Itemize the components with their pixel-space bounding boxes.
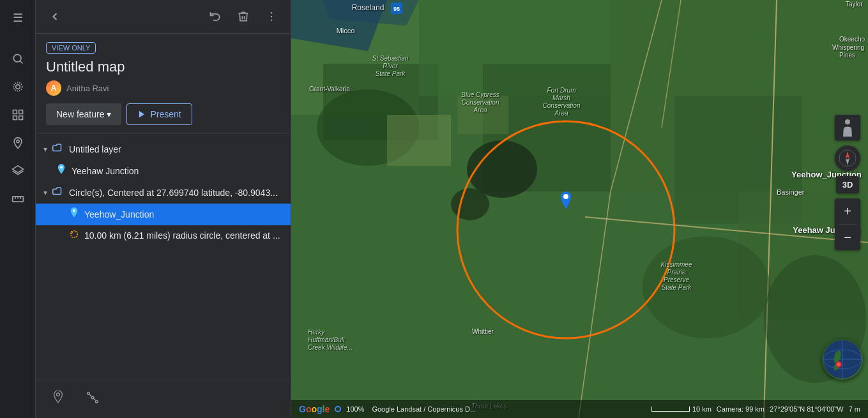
svg-point-33 — [467, 140, 537, 198]
zoom-in-label: + — [844, 204, 851, 219]
chevron-down-icon: ▾ — [43, 145, 47, 154]
svg-text:Kissimmee: Kissimmee — [661, 261, 692, 268]
svg-text:Huffman/Bull: Huffman/Bull — [308, 336, 345, 343]
layer-item-circles[interactable]: ▾ Circle(s), Centered at 27.699740 latit… — [36, 182, 291, 204]
main-panel: VIEW ONLY Untitled map A Anitha Ravi New… — [36, 0, 291, 418]
svg-line-1 — [20, 61, 22, 64]
folder-icon-2 — [52, 186, 64, 200]
menu-icon-btn[interactable]: ☰ — [5, 5, 31, 31]
zoom-out-button[interactable]: − — [835, 225, 860, 250]
layer-item-circle-radius[interactable]: 10.00 km (6.21 miles) radius circle, cen… — [36, 225, 291, 245]
pegman-button[interactable] — [835, 115, 860, 140]
svg-text:Grant-Valkaria: Grant-Valkaria — [309, 86, 350, 93]
svg-text:Basinger: Basinger — [777, 188, 805, 196]
svg-text:State Park: State Park — [662, 284, 692, 291]
svg-text:Roseland: Roseland — [352, 3, 385, 12]
author-avatar: A — [46, 80, 61, 96]
svg-text:Okeecho...: Okeecho... — [839, 36, 868, 43]
scale-line — [651, 407, 690, 412]
svg-point-21 — [57, 393, 60, 396]
svg-point-19 — [73, 209, 75, 212]
scale-bar: 10 km — [651, 405, 712, 413]
zoom-percent: 100% — [346, 405, 364, 413]
3d-button[interactable]: 3D — [836, 176, 860, 193]
map-controls: 3D + − — [835, 115, 860, 250]
panel-bottom-toolbar — [36, 380, 291, 418]
svg-point-14 — [271, 12, 273, 14]
map-author: A Anitha Ravi — [46, 80, 280, 96]
scale-label: 10 km — [692, 405, 712, 413]
svg-point-18 — [60, 166, 63, 168]
svg-point-23 — [91, 396, 94, 399]
svg-point-0 — [13, 54, 21, 62]
globe-icon — [822, 339, 863, 380]
compass-button[interactable] — [835, 146, 860, 171]
more-button[interactable] — [260, 5, 283, 28]
dropdown-arrow: ▾ — [107, 109, 111, 119]
svg-text:Creek Wildlife...: Creek Wildlife... — [308, 344, 353, 351]
pegman-icon — [841, 119, 855, 137]
coordinates: 27°29'05"N 81°04'00"W — [770, 405, 844, 413]
svg-point-2 — [15, 85, 20, 89]
zoom-in-button[interactable]: + — [835, 198, 860, 224]
elevation: 7 m — [849, 405, 860, 413]
svg-line-26 — [94, 399, 96, 401]
svg-point-22 — [88, 392, 90, 395]
folder-icon — [52, 142, 64, 156]
svg-text:Whittier: Whittier — [472, 328, 494, 335]
present-label: Present — [150, 109, 181, 119]
camera-info: Camera: 99 km — [717, 405, 765, 413]
svg-rect-35 — [387, 115, 451, 166]
svg-text:Conservation: Conservation — [543, 102, 581, 109]
svg-text:River: River — [383, 63, 398, 70]
svg-text:Fort Drum: Fort Drum — [547, 87, 576, 94]
search-icon-btn[interactable] — [5, 46, 31, 71]
line-icon — [69, 229, 79, 241]
map-bottom-bar: Google 100% Google Landsat / Copernicus … — [291, 400, 868, 418]
undo-button[interactable] — [204, 5, 227, 28]
layer-item-untitled[interactable]: ▾ Untitled layer — [36, 138, 291, 160]
add-pin-bottom-btn[interactable] — [46, 385, 70, 413]
svg-marker-17 — [139, 111, 144, 118]
layer-item-yeehaw[interactable]: Yeehaw Junction — [36, 160, 291, 182]
layer-item-yeehow[interactable]: Yeehow_Junction — [36, 204, 291, 225]
map-svg: 95 Roseland Micco Grant-Valkaria St Seba… — [291, 0, 868, 418]
pin-icon-yeehow — [69, 207, 79, 221]
back-button[interactable] — [43, 5, 66, 28]
layers-icon-btn[interactable] — [5, 74, 31, 100]
layer-name-circle-radius: 10.00 km (6.21 miles) radius circle, cen… — [84, 230, 283, 241]
svg-text:Whispering: Whispering — [832, 44, 864, 51]
new-feature-button[interactable]: New feature ▾ — [46, 103, 121, 125]
svg-text:Preserve: Preserve — [664, 276, 689, 283]
present-button[interactable]: Present — [126, 103, 192, 125]
svg-text:Blue Cypress: Blue Cypress — [461, 91, 499, 98]
svg-text:St Sebastian: St Sebastian — [372, 55, 409, 62]
layer-name-untitled: Untitled layer — [69, 144, 283, 154]
compass-icon — [839, 149, 857, 167]
svg-text:Pines: Pines — [839, 52, 855, 59]
svg-rect-4 — [13, 110, 17, 114]
layer-name-yeehow: Yeehow_Junction — [84, 209, 283, 220]
sidebar-icons: ☰ — [0, 0, 36, 418]
layer-name-circles: Circle(s), Centered at 27.699740 latitud… — [69, 188, 283, 198]
svg-point-34 — [451, 188, 489, 220]
svg-point-80 — [845, 119, 850, 124]
stack-icon-btn[interactable] — [5, 158, 31, 184]
google-logo: Google — [299, 404, 330, 414]
ruler-icon-btn[interactable] — [5, 186, 31, 212]
map-area[interactable]: 95 Roseland Micco Grant-Valkaria St Seba… — [291, 0, 868, 418]
pin-icon-yeehaw — [56, 164, 66, 178]
svg-text:Marsh: Marsh — [552, 94, 570, 101]
data-attribution: Google Landsat / Copernicus D... — [372, 405, 476, 413]
globe-control[interactable] — [822, 339, 863, 380]
svg-text:State Park: State Park — [376, 70, 406, 77]
svg-text:95: 95 — [393, 6, 400, 12]
location-icon-btn[interactable] — [5, 130, 31, 156]
delete-button[interactable] — [232, 5, 255, 28]
svg-point-24 — [96, 401, 98, 403]
grid-icon-btn[interactable] — [5, 102, 31, 128]
zoom-out-label: − — [844, 230, 851, 245]
svg-rect-6 — [13, 116, 17, 120]
zoom-controls: + − — [835, 198, 860, 250]
add-line-bottom-btn[interactable] — [80, 385, 105, 413]
